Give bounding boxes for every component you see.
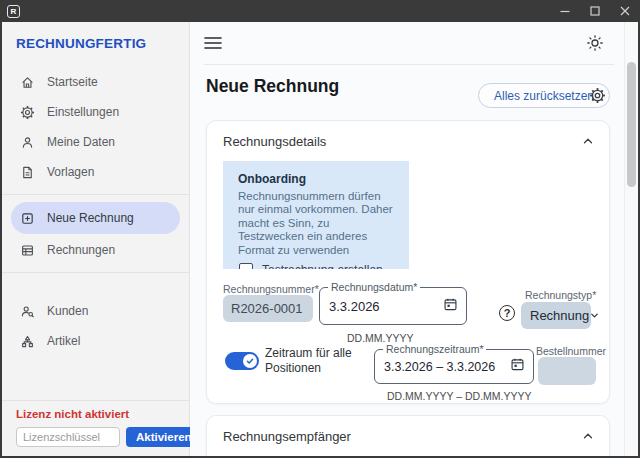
person-icon <box>19 134 35 150</box>
header-divider <box>204 64 614 65</box>
test-invoice-checkbox[interactable] <box>239 263 253 269</box>
calendar-icon[interactable] <box>510 357 525 376</box>
customers-icon <box>19 303 35 319</box>
period-toggle-label: Zeitraum für alle Positionen <box>265 346 352 376</box>
period-toggle[interactable] <box>225 352 259 370</box>
chevron-down-icon <box>589 307 600 325</box>
menu-icon[interactable] <box>204 35 222 51</box>
sidebar-item-meine-daten[interactable]: Meine Daten <box>2 127 189 157</box>
titlebar: R <box>0 0 640 22</box>
sidebar-item-neue-rechnung[interactable]: Neue Rechnung <box>11 202 180 234</box>
onboarding-body: Rechnungsnummern dürfen nur einmal vorko… <box>238 190 397 257</box>
sidebar-item-label: Kunden <box>47 304 88 318</box>
onboarding-title: Onboarding <box>238 172 397 186</box>
invoice-date-value: 3.3.2026 <box>329 299 443 314</box>
order-number-label: Bestellnummer <box>536 345 606 357</box>
table-icon <box>19 242 35 258</box>
sidebar-divider <box>2 272 189 273</box>
invoice-period-value: 3.3.2026 – 3.3.2026 <box>384 360 510 374</box>
document-icon <box>19 164 35 180</box>
invoice-period-hint: DD.MM.YYYY – DD.MM.YYYY <box>387 390 532 402</box>
page-title: Neue Rechnung <box>206 76 339 97</box>
calendar-icon[interactable] <box>443 297 458 316</box>
license-section: Lizenz nicht aktiviert Aktivieren <box>2 400 189 456</box>
sidebar-item-startseite[interactable]: Startseite <box>2 67 189 97</box>
order-number-input[interactable] <box>538 357 596 385</box>
sidebar-item-vorlagen[interactable]: Vorlagen <box>2 157 189 187</box>
chevron-up-icon[interactable] <box>581 429 595 443</box>
sidebar-item-kunden[interactable]: Kunden <box>2 296 189 326</box>
invoice-details-header[interactable]: Rechnungsdetails <box>207 121 609 161</box>
sidebar-item-label: Einstellungen <box>47 105 119 119</box>
main-scrollbar <box>624 22 638 456</box>
card-title: Rechnungsempfänger <box>223 429 351 444</box>
invoice-type-select[interactable]: Rechnung <box>521 302 591 329</box>
card-title: Rechnungsdetails <box>223 134 326 149</box>
invoice-type-label: Rechnungstyp* <box>525 289 596 301</box>
home-icon <box>19 74 35 90</box>
invoice-details-card: Rechnungsdetails Onboarding Rechnungsnum… <box>206 120 610 404</box>
sidebar-item-label: Vorlagen <box>47 165 94 179</box>
scrollbar-thumb[interactable] <box>627 62 636 187</box>
invoice-type-value: Rechnung <box>530 308 589 323</box>
toggle-check-icon <box>243 354 257 368</box>
app-logo-icon: R <box>7 5 20 18</box>
invoice-date-field[interactable]: Rechnungsdatum* 3.3.2026 <box>319 287 467 325</box>
checkbox-label: Testrechnung erstellen <box>262 263 383 269</box>
sun-icon[interactable] <box>586 34 604 52</box>
sidebar-item-rechnungen[interactable]: Rechnungen <box>2 235 189 265</box>
sidebar: RECHNUNGFERTIG Startseite Einstellungen … <box>2 22 190 456</box>
license-status: Lizenz nicht aktiviert <box>16 408 177 420</box>
invoice-recipient-header[interactable]: Rechnungsempfänger <box>207 416 609 456</box>
gear-icon <box>19 104 35 120</box>
main-content: Neue Rechnung Alles zurücksetzen Rechnun… <box>190 22 638 456</box>
plus-square-icon <box>19 210 35 226</box>
sidebar-item-label: Artikel <box>47 334 80 348</box>
articles-icon <box>19 333 35 349</box>
invoice-number-label: Rechnungsnummer* <box>223 283 319 295</box>
invoice-number-input[interactable]: R2026-0001 <box>223 295 313 322</box>
sidebar-item-label: Meine Daten <box>47 135 115 149</box>
help-icon[interactable]: ? <box>499 305 515 321</box>
sidebar-item-artikel[interactable]: Artikel <box>2 326 189 356</box>
sidebar-item-label: Rechnungen <box>47 243 115 257</box>
sidebar-item-einstellungen[interactable]: Einstellungen <box>2 97 189 127</box>
close-button[interactable] <box>610 0 640 22</box>
sidebar-item-label: Startseite <box>47 75 98 89</box>
chevron-up-icon[interactable] <box>581 134 595 148</box>
invoice-recipient-card: Rechnungsempfänger <box>206 415 610 456</box>
license-key-input[interactable] <box>16 427 120 447</box>
maximize-button[interactable] <box>580 0 610 22</box>
app-title: RECHNUNGFERTIG <box>16 36 146 51</box>
settings-gear-icon[interactable] <box>589 87 606 104</box>
onboarding-box: Onboarding Rechnungsnummern dürfen nur e… <box>223 161 409 269</box>
minimize-button[interactable] <box>550 0 580 22</box>
sidebar-item-label: Neue Rechnung <box>47 211 134 225</box>
sidebar-divider <box>2 194 189 195</box>
invoice-period-field[interactable]: Rechnungszeitraum* 3.3.2026 – 3.3.2026 <box>374 349 534 384</box>
